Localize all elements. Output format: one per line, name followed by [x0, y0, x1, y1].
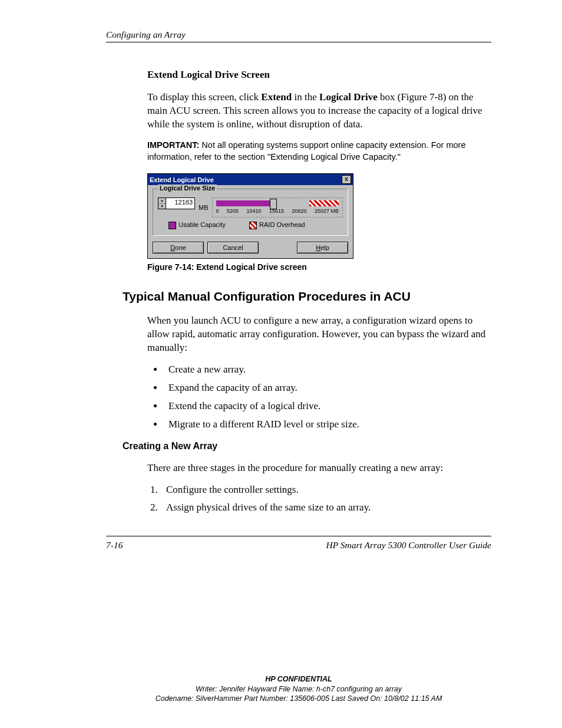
cancel-button[interactable]: Cancel: [207, 242, 259, 253]
stages-paragraph: There are three stages in the procedure …: [147, 462, 491, 475]
legend: Usable Capacity RAID Overhead: [158, 221, 343, 229]
stages-list: Configure the controller settings. Assig…: [147, 483, 491, 515]
list-item: Configure the controller settings.: [160, 483, 491, 497]
help-button[interactable]: Help: [297, 242, 348, 253]
spinner-buttons[interactable]: ▲ ▼: [158, 198, 166, 209]
guide-title: HP Smart Array 5300 Controller User Guid…: [326, 540, 491, 551]
page-footer: 7-16 HP Smart Array 5300 Controller User…: [106, 536, 491, 551]
size-slider[interactable]: 0 5205 10410 15615 20820 25027 MB: [212, 197, 343, 218]
page-number: 7-16: [106, 540, 123, 551]
usable-segment: [216, 200, 270, 206]
important-note: IMPORTANT: Not all operating systems sup…: [147, 140, 491, 163]
swatch-usable-icon: [168, 222, 176, 229]
dialog-titlebar: Extend Logical Drive x: [148, 174, 353, 185]
heading-typical-procedures: Typical Manual Configuration Procedures …: [123, 289, 491, 304]
confidential-title: HP CONFIDENTIAL: [106, 674, 491, 684]
chevron-down-icon[interactable]: ▼: [158, 204, 166, 209]
close-icon[interactable]: x: [342, 175, 351, 184]
list-item: Assign physical drives of the same size …: [160, 501, 491, 515]
list-item: Migrate to a different RAID level or str…: [164, 418, 491, 431]
text: in the: [292, 91, 319, 103]
heading-creating-array: Creating a New Array: [123, 441, 491, 452]
raid-overhead-segment: [309, 200, 339, 206]
confidential-codename: Codename: SilverHammer Part Number: 1356…: [106, 694, 491, 703]
slider-thumb[interactable]: [270, 199, 277, 209]
wizard-paragraph: When you launch ACU to configure a new a…: [147, 314, 491, 355]
size-spinner[interactable]: ▲ ▼ 12183: [158, 197, 195, 209]
tick: 5205: [227, 208, 239, 214]
bold-logical-drive: Logical Drive: [319, 91, 378, 103]
legend-usable-label: Usable Capacity: [178, 221, 226, 228]
bold-extend: Extend: [261, 91, 292, 103]
confidential-block: HP CONFIDENTIAL Writer: Jennifer Hayward…: [106, 674, 491, 703]
manual-actions-list: Create a new array. Expand the capacity …: [147, 363, 491, 431]
slider-ticks: 0 5205 10410 15615 20820 25027 MB: [216, 208, 339, 214]
legend-raid: RAID Overhead: [249, 221, 305, 229]
tick: 20820: [292, 208, 306, 214]
chevron-up-icon[interactable]: ▲: [158, 198, 166, 204]
done-label-rest: one: [175, 244, 186, 251]
figure-caption: Figure 7-14: Extend Logical Drive screen: [147, 262, 491, 272]
text: To display this screen, click: [147, 91, 261, 103]
list-item: Create a new array.: [164, 363, 491, 377]
swatch-raid-icon: [249, 222, 257, 229]
running-header: Configuring an Array: [106, 29, 491, 42]
tick: 0: [216, 208, 219, 214]
extend-logical-drive-dialog: Extend Logical Drive x Logical Drive Siz…: [147, 173, 353, 259]
tick: 25027 MB: [315, 208, 339, 214]
list-item: Expand the capacity of an array.: [164, 381, 491, 395]
tick: 10410: [246, 208, 261, 214]
done-button[interactable]: Done: [153, 242, 204, 253]
important-label: IMPORTANT:: [147, 140, 199, 150]
mb-label: MB: [199, 204, 209, 211]
legend-usable: Usable Capacity: [168, 221, 226, 229]
logical-drive-size-group: Logical Drive Size ▲ ▼ 12183 MB: [153, 189, 348, 236]
section-heading-extend: Extend Logical Drive Screen: [147, 69, 491, 81]
size-value[interactable]: 12183: [166, 198, 194, 209]
legend-raid-label: RAID Overhead: [259, 221, 305, 228]
intro-paragraph: To display this screen, click Extend in …: [147, 91, 491, 131]
group-label: Logical Drive Size: [158, 185, 217, 192]
list-item: Extend the capacity of a logical drive.: [164, 400, 491, 413]
dialog-title-text: Extend Logical Drive: [150, 176, 214, 183]
confidential-writer: Writer: Jennifer Hayward File Name: h-ch…: [106, 684, 491, 694]
help-label-rest: elp: [320, 244, 329, 251]
